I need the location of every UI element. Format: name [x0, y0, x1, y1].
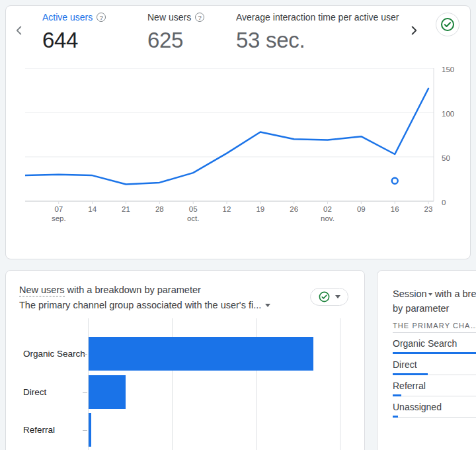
check-circle-icon [440, 17, 456, 32]
x-axis-tick-label: 12 [212, 204, 241, 214]
x-axis-month-label: oct. [178, 214, 208, 223]
chevron-left-icon [12, 23, 26, 38]
channel-bar-chart [88, 318, 365, 450]
chevron-down-icon [265, 304, 270, 307]
metric-label[interactable]: New users [147, 12, 191, 22]
y-axis-tick-label: 100 [442, 109, 465, 118]
x-axis-tick-label: 02nov. [313, 204, 342, 223]
bar-category-label: Referral [23, 425, 55, 435]
session-row-label: Organic Search [393, 333, 476, 349]
session-row-label: Referral [393, 375, 476, 391]
category-axis-tick [83, 430, 87, 431]
session-row-label: Unassigned [393, 396, 476, 412]
dimension-label[interactable]: THE PRIMARY CHA… [393, 322, 476, 330]
x-axis-month-label: sep. [44, 214, 73, 223]
x-axis-tick-label: 07sep. [44, 204, 73, 223]
session-row-direct[interactable]: Direct [393, 354, 476, 375]
bar-direct[interactable] [89, 375, 126, 409]
bar-category-label: Direct [23, 387, 46, 398]
session-row-track [393, 417, 476, 418]
x-axis-tick-label: 28 [145, 204, 174, 214]
data-quality-button[interactable] [436, 13, 459, 36]
help-icon[interactable]: ? [97, 13, 106, 22]
open-point-marker [392, 178, 398, 184]
x-axis-tick-label: 09 [346, 204, 376, 214]
card-title: Session with a breakdown [393, 289, 476, 299]
x-axis-month-label: nov. [313, 214, 342, 223]
metric-avg-interaction-time[interactable]: Average interaction time per active user… [236, 11, 422, 52]
next-metrics-button[interactable] [405, 22, 422, 39]
bar-category-label: Organic Search [23, 349, 85, 359]
card-title: New users with a breakdown by parameter [19, 285, 201, 295]
metrics-summary-card: Active users ? 644 New users ? 625 Avera… [5, 5, 471, 259]
help-icon[interactable]: ? [195, 13, 204, 22]
x-axis-tick-label: 14 [78, 204, 107, 214]
y-axis-tick-label: 150 [442, 65, 465, 74]
session-row-unassigned[interactable]: Unassigned [393, 396, 476, 418]
metric-selector-dropdown[interactable]: Session [393, 289, 432, 299]
check-circle-icon [318, 291, 331, 303]
trend-line [25, 89, 428, 185]
session-row-label: Direct [393, 354, 476, 370]
metric-label[interactable]: Average interaction time per active user [236, 12, 399, 22]
bar-referral[interactable] [89, 413, 91, 447]
metric-value: 53 sec. [236, 28, 422, 52]
bar-chart-gridline [340, 318, 340, 450]
dimension-selector[interactable]: The primary channel group associated wit… [19, 300, 270, 310]
metric-new-users[interactable]: New users ? 625 [147, 11, 204, 52]
session-row-bar [393, 416, 398, 418]
chevron-right-icon [407, 23, 421, 38]
new-users-breakdown-card: New users with a breakdown by parameter … [5, 270, 365, 450]
y-axis-tick-label: 0 [442, 198, 465, 207]
metric-label[interactable]: Active users [42, 12, 93, 22]
metric-value: 644 [42, 28, 106, 52]
y-axis-tick-label: 50 [442, 154, 465, 163]
session-row-referral[interactable]: Referral [393, 375, 476, 396]
bar-organic-search[interactable] [89, 337, 313, 371]
category-axis-tick [83, 392, 87, 393]
data-quality-dropdown-button[interactable] [310, 288, 348, 306]
card-title-line2: by parameter [393, 303, 449, 314]
sessions-breakdown-card: Session with a breakdown by parameter TH… [377, 270, 476, 450]
metric-selector-link[interactable]: New users [19, 285, 65, 296]
metric-value: 625 [147, 28, 204, 52]
previous-metrics-button[interactable] [11, 22, 28, 39]
category-axis-tick [83, 354, 87, 355]
x-axis-tick-label: 26 [280, 204, 309, 214]
x-axis-tick-label: 05oct. [178, 204, 208, 223]
chevron-down-icon [428, 293, 432, 296]
metric-active-users[interactable]: Active users ? 644 [42, 11, 106, 52]
card-title-text: with a breakdown by parameter [65, 285, 201, 295]
card-title-text: with a breakdown [435, 289, 476, 299]
x-axis-tick-label: 19 [246, 204, 275, 214]
x-axis-tick-label: 23 [414, 204, 443, 214]
session-row-organic-search[interactable]: Organic Search [393, 333, 476, 354]
x-axis-tick-label: 16 [380, 204, 409, 214]
trend-line-svg [25, 68, 435, 206]
x-axis-tick-label: 21 [112, 204, 141, 214]
dimension-selector-label: The primary channel group associated wit… [19, 300, 261, 310]
metric-selector-label: Session [393, 289, 427, 299]
chevron-down-icon [335, 295, 340, 298]
active-users-trend-chart: 15010050007sep.14212805oct.12192602nov.0… [25, 68, 468, 243]
sessions-channel-list: Organic SearchDirectReferralUnassigned [393, 332, 476, 418]
